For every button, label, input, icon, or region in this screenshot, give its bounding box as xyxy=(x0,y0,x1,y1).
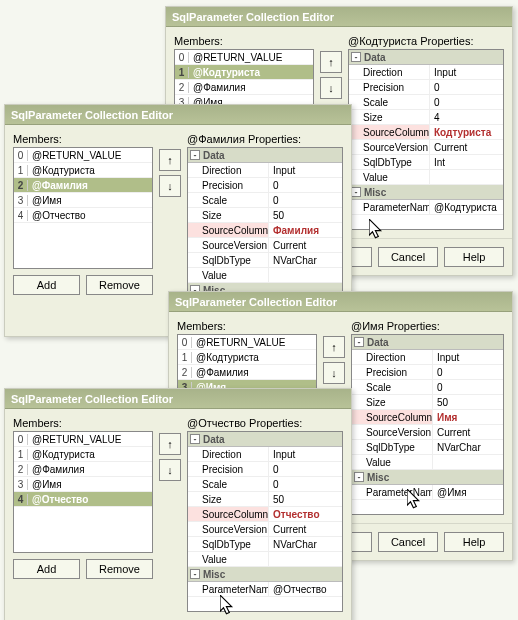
move-up-button[interactable]: ↑ xyxy=(159,149,181,171)
dialog-titlebar[interactable]: SqlParameter Collection Editor xyxy=(166,7,512,27)
move-up-button[interactable]: ↑ xyxy=(320,51,342,73)
member-row[interactable]: 0 @RETURN_VALUE xyxy=(175,50,313,65)
property-name: Precision xyxy=(188,178,268,192)
members-listbox[interactable]: 0 @RETURN_VALUE 1 @Кодтуриста 2 @Фамилия… xyxy=(13,431,153,553)
property-value: Current xyxy=(429,140,503,154)
property-row[interactable]: Scale 0 xyxy=(188,193,342,208)
property-row[interactable]: SourceColumn Фамилия xyxy=(188,223,342,238)
member-row[interactable]: 2 @Фамилия xyxy=(14,462,152,477)
property-row[interactable]: Direction Input xyxy=(349,65,503,80)
dialog-titlebar[interactable]: SqlParameter Collection Editor xyxy=(5,389,351,409)
property-category-misc[interactable]: -Misc xyxy=(352,470,503,485)
property-row[interactable]: Scale 0 xyxy=(188,477,342,492)
property-value: 4 xyxy=(429,110,503,124)
property-grid[interactable]: -Data Direction Input Precision 0 Scale … xyxy=(351,334,504,515)
property-row[interactable]: SqlDbType NVarChar xyxy=(188,253,342,268)
property-category-misc[interactable]: -Misc xyxy=(349,185,503,200)
member-row[interactable]: 1 @Кодтуриста xyxy=(14,447,152,462)
property-value: 0 xyxy=(268,477,342,491)
member-row[interactable]: 3 @Имя xyxy=(14,477,152,492)
member-row[interactable]: 3 @Имя xyxy=(14,193,152,208)
property-row[interactable]: Size 50 xyxy=(188,208,342,223)
property-value: 50 xyxy=(432,395,503,409)
property-row[interactable]: SourceVersion Current xyxy=(188,522,342,537)
property-name: SourceVersion xyxy=(352,425,432,439)
property-grid[interactable]: -Data Direction Input Precision 0 Scale … xyxy=(348,49,504,230)
property-category-data[interactable]: -Data xyxy=(188,432,342,447)
add-button[interactable]: Add xyxy=(13,275,80,295)
help-button[interactable]: Help xyxy=(444,532,504,552)
member-index: 1 xyxy=(14,165,28,176)
property-row[interactable]: SourceVersion Current xyxy=(352,425,503,440)
member-row[interactable]: 2 @Фамилия xyxy=(14,178,152,193)
property-value xyxy=(268,268,342,282)
add-button[interactable]: Add xyxy=(13,559,80,579)
help-button[interactable]: Help xyxy=(444,247,504,267)
member-row[interactable]: 0 @RETURN_VALUE xyxy=(178,335,316,350)
property-row[interactable]: Value xyxy=(352,455,503,470)
member-row[interactable]: 4 @Отчество xyxy=(14,208,152,223)
member-row[interactable]: 1 @Кодтуриста xyxy=(178,350,316,365)
move-down-button[interactable]: ↓ xyxy=(159,459,181,481)
property-row[interactable]: Precision 0 xyxy=(352,365,503,380)
member-row[interactable]: 1 @Кодтуриста xyxy=(14,163,152,178)
property-row[interactable]: ParameterName @Отчество xyxy=(188,582,342,597)
member-row[interactable]: 4 @Отчество xyxy=(14,492,152,507)
move-down-button[interactable]: ↓ xyxy=(320,77,342,99)
move-up-button[interactable]: ↑ xyxy=(323,336,345,358)
properties-label: @Кодтуриста Properties: xyxy=(348,35,504,47)
property-name: Value xyxy=(188,552,268,566)
property-row[interactable]: SourceColumn Имя xyxy=(352,410,503,425)
member-row[interactable]: 0 @RETURN_VALUE xyxy=(14,432,152,447)
property-row[interactable]: Precision 0 xyxy=(349,80,503,95)
property-row[interactable]: Scale 0 xyxy=(352,380,503,395)
property-row[interactable]: Size 50 xyxy=(352,395,503,410)
property-name: SourceVersion xyxy=(188,238,268,252)
property-name: Scale xyxy=(188,477,268,491)
property-row[interactable]: Direction Input xyxy=(188,447,342,462)
remove-button[interactable]: Remove xyxy=(86,275,153,295)
remove-button[interactable]: Remove xyxy=(86,559,153,579)
property-row[interactable]: SqlDbType NVarChar xyxy=(352,440,503,455)
cancel-button[interactable]: Cancel xyxy=(378,247,438,267)
property-row[interactable]: SqlDbType Int xyxy=(349,155,503,170)
property-category-misc[interactable]: -Misc xyxy=(188,567,342,582)
property-row[interactable]: Value xyxy=(188,268,342,283)
member-row[interactable]: 2 @Фамилия xyxy=(178,365,316,380)
member-row[interactable]: 0 @RETURN_VALUE xyxy=(14,148,152,163)
member-row[interactable]: 2 @Фамилия xyxy=(175,80,313,95)
property-row[interactable]: Value xyxy=(349,170,503,185)
dialog-titlebar[interactable]: SqlParameter Collection Editor xyxy=(5,105,351,125)
property-row[interactable]: Precision 0 xyxy=(188,462,342,477)
property-grid[interactable]: -Data Direction Input Precision 0 Scale … xyxy=(187,431,343,612)
property-row[interactable]: SqlDbType NVarChar xyxy=(188,537,342,552)
property-row[interactable]: Direction Input xyxy=(188,163,342,178)
property-value: 0 xyxy=(429,95,503,109)
property-name: SourceColumn xyxy=(188,507,268,521)
property-row[interactable]: Precision 0 xyxy=(188,178,342,193)
property-row[interactable]: SourceVersion Current xyxy=(188,238,342,253)
property-row[interactable]: Value xyxy=(188,552,342,567)
member-index: 0 xyxy=(178,337,192,348)
property-row[interactable]: SourceVersion Current xyxy=(349,140,503,155)
property-row[interactable]: ParameterName @Имя xyxy=(352,485,503,500)
property-row[interactable]: Size 4 xyxy=(349,110,503,125)
member-name: @RETURN_VALUE xyxy=(189,52,313,63)
property-row[interactable]: ParameterName @Кодтуриста xyxy=(349,200,503,215)
member-index: 3 xyxy=(14,479,28,490)
property-row[interactable]: SourceColumn Отчество xyxy=(188,507,342,522)
member-row[interactable]: 1 @Кодтуриста xyxy=(175,65,313,80)
property-row[interactable]: Size 50 xyxy=(188,492,342,507)
property-category-data[interactable]: -Data xyxy=(352,335,503,350)
move-up-button[interactable]: ↑ xyxy=(159,433,181,455)
cancel-button[interactable]: Cancel xyxy=(378,532,438,552)
move-down-button[interactable]: ↓ xyxy=(323,362,345,384)
move-down-button[interactable]: ↓ xyxy=(159,175,181,197)
property-row[interactable]: Direction Input xyxy=(352,350,503,365)
dialog-titlebar[interactable]: SqlParameter Collection Editor xyxy=(169,292,512,312)
property-row[interactable]: Scale 0 xyxy=(349,95,503,110)
property-row[interactable]: SourceColumn Кодтуриста xyxy=(349,125,503,140)
members-listbox[interactable]: 0 @RETURN_VALUE 1 @Кодтуриста 2 @Фамилия… xyxy=(13,147,153,269)
property-category-data[interactable]: -Data xyxy=(188,148,342,163)
property-category-data[interactable]: -Data xyxy=(349,50,503,65)
